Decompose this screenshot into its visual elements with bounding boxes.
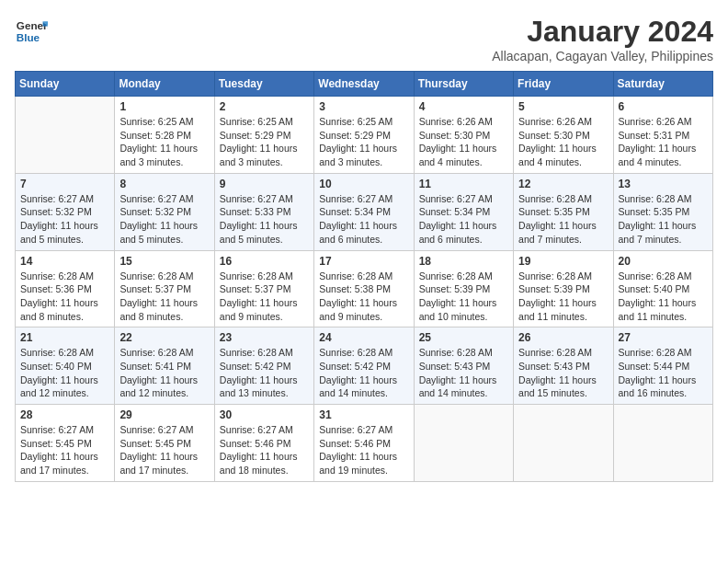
calendar-cell: 26Sunrise: 6:28 AM Sunset: 5:43 PM Dayli… bbox=[514, 327, 613, 405]
day-info: Sunrise: 6:25 AM Sunset: 5:29 PM Dayligh… bbox=[319, 115, 408, 169]
calendar-cell: 7Sunrise: 6:27 AM Sunset: 5:32 PM Daylig… bbox=[16, 173, 115, 250]
day-number: 28 bbox=[20, 408, 109, 421]
day-number: 1 bbox=[119, 100, 209, 113]
calendar-cell: 4Sunrise: 6:26 AM Sunset: 5:30 PM Daylig… bbox=[414, 97, 513, 174]
day-info: Sunrise: 6:27 AM Sunset: 5:34 PM Dayligh… bbox=[419, 192, 508, 247]
day-info: Sunrise: 6:28 AM Sunset: 5:37 PM Dayligh… bbox=[119, 270, 209, 324]
day-number: 23 bbox=[220, 331, 309, 344]
day-number: 9 bbox=[220, 178, 309, 190]
calendar-week-row: 7Sunrise: 6:27 AM Sunset: 5:32 PM Daylig… bbox=[16, 173, 713, 250]
calendar-table: SundayMondayTuesdayWednesdayThursdayFrid… bbox=[15, 71, 713, 482]
calendar-cell: 22Sunrise: 6:28 AM Sunset: 5:41 PM Dayli… bbox=[115, 327, 214, 405]
calendar-cell bbox=[16, 97, 115, 174]
calendar-cell: 10Sunrise: 6:27 AM Sunset: 5:34 PM Dayli… bbox=[314, 173, 414, 250]
day-info: Sunrise: 6:26 AM Sunset: 5:30 PM Dayligh… bbox=[419, 115, 508, 169]
day-info: Sunrise: 6:28 AM Sunset: 5:41 PM Dayligh… bbox=[119, 346, 209, 400]
day-info: Sunrise: 6:26 AM Sunset: 5:30 PM Dayligh… bbox=[518, 115, 608, 169]
calendar-cell: 17Sunrise: 6:28 AM Sunset: 5:38 PM Dayli… bbox=[314, 250, 414, 327]
page-header: General Blue January 2024 Allacapan, Cag… bbox=[15, 15, 713, 63]
calendar-week-row: 1Sunrise: 6:25 AM Sunset: 5:28 PM Daylig… bbox=[16, 97, 713, 174]
day-info: Sunrise: 6:28 AM Sunset: 5:42 PM Dayligh… bbox=[220, 346, 309, 400]
day-info: Sunrise: 6:28 AM Sunset: 5:37 PM Dayligh… bbox=[220, 270, 309, 324]
column-header-saturday: Saturday bbox=[613, 72, 712, 97]
calendar-cell bbox=[514, 405, 613, 482]
day-number: 15 bbox=[119, 255, 209, 268]
calendar-cell: 3Sunrise: 6:25 AM Sunset: 5:29 PM Daylig… bbox=[314, 97, 414, 174]
day-info: Sunrise: 6:28 AM Sunset: 5:36 PM Dayligh… bbox=[20, 270, 109, 324]
calendar-cell: 21Sunrise: 6:28 AM Sunset: 5:40 PM Dayli… bbox=[16, 327, 115, 405]
calendar-cell: 16Sunrise: 6:28 AM Sunset: 5:37 PM Dayli… bbox=[214, 250, 313, 327]
day-number: 7 bbox=[20, 178, 109, 190]
svg-text:Blue: Blue bbox=[17, 31, 40, 43]
day-info: Sunrise: 6:27 AM Sunset: 5:33 PM Dayligh… bbox=[220, 192, 309, 247]
month-title: January 2024 bbox=[492, 15, 713, 49]
day-number: 11 bbox=[419, 178, 508, 190]
day-info: Sunrise: 6:28 AM Sunset: 5:43 PM Dayligh… bbox=[419, 346, 508, 400]
logo: General Blue bbox=[15, 15, 48, 48]
day-number: 2 bbox=[220, 100, 309, 113]
calendar-cell: 31Sunrise: 6:27 AM Sunset: 5:46 PM Dayli… bbox=[314, 405, 414, 482]
title-block: January 2024 Allacapan, Cagayan Valley, … bbox=[492, 15, 713, 63]
calendar-cell: 18Sunrise: 6:28 AM Sunset: 5:39 PM Dayli… bbox=[414, 250, 513, 327]
day-info: Sunrise: 6:27 AM Sunset: 5:45 PM Dayligh… bbox=[20, 423, 109, 477]
day-info: Sunrise: 6:27 AM Sunset: 5:34 PM Dayligh… bbox=[319, 192, 408, 247]
day-number: 18 bbox=[419, 255, 508, 268]
day-number: 27 bbox=[619, 331, 708, 344]
day-number: 20 bbox=[619, 255, 708, 268]
day-number: 25 bbox=[419, 331, 508, 344]
calendar-cell: 11Sunrise: 6:27 AM Sunset: 5:34 PM Dayli… bbox=[414, 173, 513, 250]
day-info: Sunrise: 6:28 AM Sunset: 5:40 PM Dayligh… bbox=[20, 346, 109, 400]
calendar-cell: 13Sunrise: 6:28 AM Sunset: 5:35 PM Dayli… bbox=[613, 173, 712, 250]
calendar-cell bbox=[613, 405, 712, 482]
day-number: 8 bbox=[119, 178, 209, 190]
day-info: Sunrise: 6:28 AM Sunset: 5:44 PM Dayligh… bbox=[619, 346, 708, 400]
day-info: Sunrise: 6:28 AM Sunset: 5:38 PM Dayligh… bbox=[319, 270, 408, 324]
day-info: Sunrise: 6:25 AM Sunset: 5:28 PM Dayligh… bbox=[119, 115, 209, 169]
calendar-cell: 6Sunrise: 6:26 AM Sunset: 5:31 PM Daylig… bbox=[613, 97, 712, 174]
day-info: Sunrise: 6:27 AM Sunset: 5:46 PM Dayligh… bbox=[220, 423, 309, 477]
calendar-cell: 29Sunrise: 6:27 AM Sunset: 5:45 PM Dayli… bbox=[115, 405, 214, 482]
calendar-cell: 8Sunrise: 6:27 AM Sunset: 5:32 PM Daylig… bbox=[115, 173, 214, 250]
day-number: 13 bbox=[619, 178, 708, 190]
day-info: Sunrise: 6:26 AM Sunset: 5:31 PM Dayligh… bbox=[619, 115, 708, 169]
calendar-week-row: 28Sunrise: 6:27 AM Sunset: 5:45 PM Dayli… bbox=[16, 405, 713, 482]
day-info: Sunrise: 6:27 AM Sunset: 5:32 PM Dayligh… bbox=[119, 192, 209, 247]
day-number: 22 bbox=[119, 331, 209, 344]
calendar-week-row: 21Sunrise: 6:28 AM Sunset: 5:40 PM Dayli… bbox=[16, 327, 713, 405]
day-number: 6 bbox=[619, 100, 708, 113]
column-header-wednesday: Wednesday bbox=[314, 72, 414, 97]
day-number: 29 bbox=[119, 408, 209, 421]
calendar-cell: 14Sunrise: 6:28 AM Sunset: 5:36 PM Dayli… bbox=[16, 250, 115, 327]
calendar-cell: 25Sunrise: 6:28 AM Sunset: 5:43 PM Dayli… bbox=[414, 327, 513, 405]
day-number: 24 bbox=[319, 331, 408, 344]
calendar-cell: 12Sunrise: 6:28 AM Sunset: 5:35 PM Dayli… bbox=[514, 173, 613, 250]
column-header-friday: Friday bbox=[514, 72, 613, 97]
day-number: 17 bbox=[319, 255, 408, 268]
day-number: 12 bbox=[518, 178, 608, 190]
day-info: Sunrise: 6:25 AM Sunset: 5:29 PM Dayligh… bbox=[220, 115, 309, 169]
calendar-cell: 20Sunrise: 6:28 AM Sunset: 5:40 PM Dayli… bbox=[613, 250, 712, 327]
column-header-sunday: Sunday bbox=[16, 72, 115, 97]
day-info: Sunrise: 6:28 AM Sunset: 5:39 PM Dayligh… bbox=[419, 270, 508, 324]
day-number: 21 bbox=[20, 331, 109, 344]
calendar-cell: 2Sunrise: 6:25 AM Sunset: 5:29 PM Daylig… bbox=[214, 97, 313, 174]
day-info: Sunrise: 6:27 AM Sunset: 5:45 PM Dayligh… bbox=[119, 423, 209, 477]
calendar-cell: 19Sunrise: 6:28 AM Sunset: 5:39 PM Dayli… bbox=[514, 250, 613, 327]
day-info: Sunrise: 6:28 AM Sunset: 5:42 PM Dayligh… bbox=[319, 346, 408, 400]
day-number: 16 bbox=[220, 255, 309, 268]
day-info: Sunrise: 6:28 AM Sunset: 5:40 PM Dayligh… bbox=[619, 270, 708, 324]
calendar-cell: 24Sunrise: 6:28 AM Sunset: 5:42 PM Dayli… bbox=[314, 327, 414, 405]
calendar-cell: 5Sunrise: 6:26 AM Sunset: 5:30 PM Daylig… bbox=[514, 97, 613, 174]
day-number: 14 bbox=[20, 255, 109, 268]
day-info: Sunrise: 6:27 AM Sunset: 5:32 PM Dayligh… bbox=[20, 192, 109, 247]
day-number: 3 bbox=[319, 100, 408, 113]
column-header-thursday: Thursday bbox=[414, 72, 513, 97]
logo-icon: General Blue bbox=[15, 15, 48, 48]
calendar-cell: 30Sunrise: 6:27 AM Sunset: 5:46 PM Dayli… bbox=[214, 405, 313, 482]
calendar-cell: 28Sunrise: 6:27 AM Sunset: 5:45 PM Dayli… bbox=[16, 405, 115, 482]
day-number: 30 bbox=[220, 408, 309, 421]
calendar-cell: 9Sunrise: 6:27 AM Sunset: 5:33 PM Daylig… bbox=[214, 173, 313, 250]
column-header-tuesday: Tuesday bbox=[214, 72, 313, 97]
day-number: 5 bbox=[518, 100, 608, 113]
calendar-cell: 23Sunrise: 6:28 AM Sunset: 5:42 PM Dayli… bbox=[214, 327, 313, 405]
